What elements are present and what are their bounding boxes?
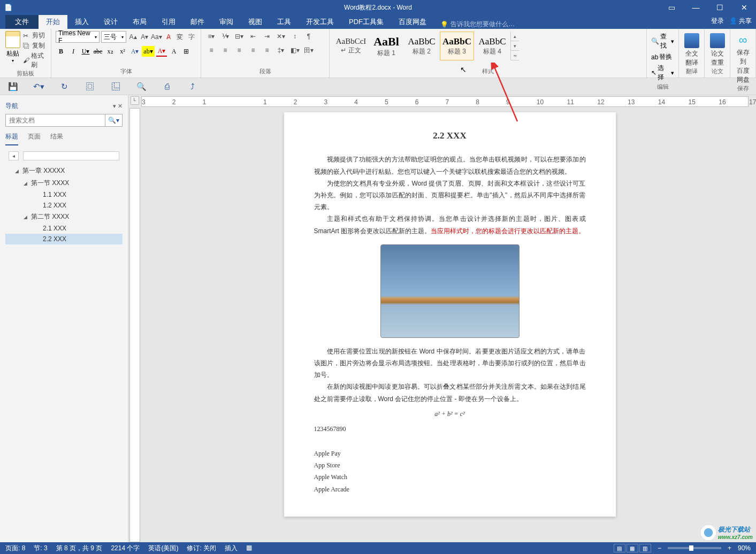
qat-btn-8[interactable]: ⤴ xyxy=(187,81,198,92)
text-effects-button[interactable]: A▾ xyxy=(129,46,140,57)
enclose-button[interactable]: 字 xyxy=(186,32,196,42)
group-paper[interactable]: 论文 查重 论文 xyxy=(705,29,730,78)
font-color-button[interactable]: A▾ xyxy=(156,46,167,57)
shrink-font-button[interactable]: A▾ xyxy=(140,32,150,42)
horizontal-ruler[interactable]: 3211234567891011121314151617 xyxy=(141,96,749,107)
nav-tab-headings[interactable]: 标题 xyxy=(5,132,18,145)
sort-button[interactable]: ↕ xyxy=(289,31,301,42)
status-insert[interactable]: 插入 xyxy=(225,544,238,553)
italic-button[interactable]: I xyxy=(68,46,79,57)
multilevel-button[interactable]: ⊟▾ xyxy=(233,31,245,42)
format-painter-button[interactable]: 🖌格式刷 xyxy=(23,51,47,70)
tab-baidu[interactable]: 百度网盘 xyxy=(391,15,434,29)
redo-icon[interactable]: ↻ xyxy=(59,81,70,92)
tab-home[interactable]: 开始 xyxy=(39,15,67,29)
align-left-button[interactable]: ≡ xyxy=(205,45,217,56)
tab-insert[interactable]: 插入 xyxy=(67,15,96,29)
nav-search-input[interactable] xyxy=(5,114,105,127)
login-button[interactable]: 登录 xyxy=(711,17,724,26)
style-标题2[interactable]: AaBbC标题 2 xyxy=(404,32,439,60)
status-words[interactable]: 2214 个字 xyxy=(111,544,140,553)
clear-format-button[interactable]: A̷ xyxy=(163,32,173,42)
nav-tab-results[interactable]: 结果 xyxy=(50,132,63,145)
view-read-icon[interactable]: ▤ xyxy=(614,544,625,552)
nav-close-button[interactable]: ▾ ✕ xyxy=(113,103,123,110)
style-标题3[interactable]: AaBbC标题 3 xyxy=(440,32,474,60)
document-area[interactable]: 2.2 XXX 视频提供了功能强大的方法帮助您证明您的观点。当您单击联机视频时，… xyxy=(128,107,756,542)
nav-item[interactable]: ◢第二节 XXXX xyxy=(5,211,123,223)
distribute-button[interactable]: ≡ xyxy=(261,45,273,56)
change-case-button[interactable]: Aa▾ xyxy=(151,32,162,42)
font-name-combo[interactable]: Times New F▾ xyxy=(56,31,100,43)
nav-search-button[interactable]: 🔍▾ xyxy=(105,114,123,127)
ruler-corner[interactable]: L xyxy=(131,96,139,105)
decrease-indent-button[interactable]: ⇤ xyxy=(247,31,259,42)
paste-button[interactable]: 粘贴 ▾ xyxy=(4,31,21,70)
cut-button[interactable]: ✂剪切 xyxy=(23,31,47,40)
ribbon-options-icon[interactable]: ▭ xyxy=(660,0,684,15)
close-button[interactable]: ✕ xyxy=(732,0,756,15)
styles-more-icon[interactable]: ≂ xyxy=(511,51,519,60)
qat-btn-5[interactable]: ⿺ xyxy=(110,81,121,92)
bold-button[interactable]: B xyxy=(56,46,66,57)
borders-button[interactable]: 田▾ xyxy=(303,45,315,56)
status-track[interactable]: 修订: 关闭 xyxy=(187,544,216,553)
tab-pdf[interactable]: PDF工具集 xyxy=(341,15,391,29)
asian-layout-button[interactable]: ✕▾ xyxy=(275,31,287,42)
qat-btn-6[interactable]: 🔍 xyxy=(136,81,147,92)
styles-down-icon[interactable]: ▾ xyxy=(511,41,519,51)
tab-tools[interactable]: 工具 xyxy=(270,15,299,29)
zoom-in-button[interactable]: + xyxy=(728,544,731,552)
nav-next-button[interactable] xyxy=(23,151,119,160)
numbering-button[interactable]: ⅟▾ xyxy=(219,31,231,42)
maximize-button[interactable]: ☐ xyxy=(708,0,732,15)
font-size-combo[interactable]: 三号▾ xyxy=(101,31,126,43)
nav-item[interactable]: 2.2 XXX xyxy=(5,234,123,244)
tab-developer[interactable]: 开发工具 xyxy=(299,15,341,29)
qat-btn-7[interactable]: ⎙ xyxy=(162,81,172,92)
zoom-slider[interactable] xyxy=(668,547,721,549)
style-标题4[interactable]: AaBbC标题 4 xyxy=(475,32,509,60)
grow-font-button[interactable]: A▴ xyxy=(128,32,138,42)
underline-button[interactable]: U▾ xyxy=(80,46,91,57)
tab-mailings[interactable]: 邮件 xyxy=(183,15,212,29)
replace-button[interactable]: ab替换 xyxy=(651,52,674,61)
tab-file[interactable]: 文件 xyxy=(5,15,39,29)
nav-item[interactable]: 1.2 XXX xyxy=(5,200,123,211)
copy-button[interactable]: ⿻复制 xyxy=(23,41,47,50)
phonetic-button[interactable]: 変 xyxy=(175,32,185,42)
tab-layout[interactable]: 布局 xyxy=(125,15,154,29)
view-print-icon[interactable]: ▦ xyxy=(627,544,638,552)
styles-up-icon[interactable]: ▴ xyxy=(511,32,519,41)
char-shading-button[interactable]: ⊞ xyxy=(181,46,192,57)
bullets-button[interactable]: ≡▾ xyxy=(205,31,217,42)
tab-review[interactable]: 审阅 xyxy=(212,15,241,29)
nav-item[interactable]: ◢第一节 XXXX xyxy=(5,177,123,189)
group-save-baidu[interactable]: ∞ 保存到 百度网盘 保存 xyxy=(730,29,756,78)
status-section[interactable]: 节: 3 xyxy=(34,544,47,553)
select-button[interactable]: ↖选择 ▾ xyxy=(651,64,674,82)
align-right-button[interactable]: ≡ xyxy=(233,45,245,56)
zoom-out-button[interactable]: − xyxy=(658,544,661,552)
align-center-button[interactable]: ≡ xyxy=(219,45,231,56)
show-marks-button[interactable]: ¶ xyxy=(303,31,315,42)
subscript-button[interactable]: x₂ xyxy=(105,46,116,57)
qat-btn-4[interactable]: ⿴ xyxy=(85,81,95,92)
tab-design[interactable]: 设计 xyxy=(96,15,125,29)
nav-tab-pages[interactable]: 页面 xyxy=(28,132,41,145)
nav-item[interactable]: ◢第一章 XXXXX xyxy=(5,165,123,177)
justify-button[interactable]: ≡ xyxy=(247,45,259,56)
style-标题1[interactable]: AaBl标题 1 xyxy=(369,32,403,60)
tell-me-input[interactable]: 💡 告诉我您想要做什么… xyxy=(440,20,515,29)
group-translate[interactable]: 全文 翻译 翻译 xyxy=(679,29,705,78)
status-page[interactable]: 页面: 8 xyxy=(5,544,25,553)
line-spacing-button[interactable]: ‡▾ xyxy=(275,45,287,56)
share-button[interactable]: 👤 共享 xyxy=(729,17,752,26)
style-↵正文[interactable]: AaBbCcI↵ 正文 xyxy=(334,32,368,60)
status-macro-icon[interactable]: ▦ xyxy=(246,544,252,553)
view-web-icon[interactable]: ▥ xyxy=(639,544,651,552)
superscript-button[interactable]: x² xyxy=(117,46,128,57)
highlight-button[interactable]: ab▾ xyxy=(142,46,155,57)
doc-inline-image[interactable] xyxy=(380,244,520,338)
tab-references[interactable]: 引用 xyxy=(154,15,183,29)
